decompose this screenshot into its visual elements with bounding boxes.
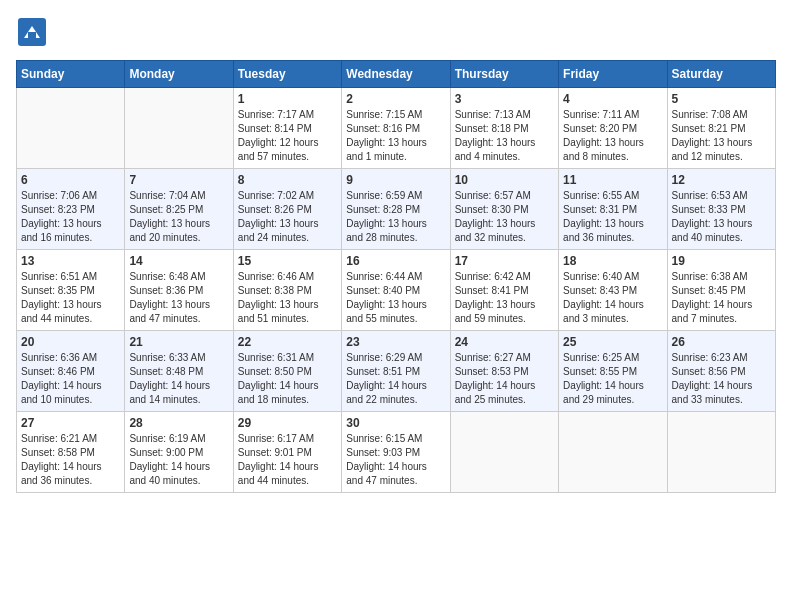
calendar-cell: 18Sunrise: 6:40 AM Sunset: 8:43 PM Dayli…: [559, 250, 667, 331]
day-info: Sunrise: 6:40 AM Sunset: 8:43 PM Dayligh…: [563, 270, 662, 326]
day-info: Sunrise: 6:51 AM Sunset: 8:35 PM Dayligh…: [21, 270, 120, 326]
day-info: Sunrise: 7:08 AM Sunset: 8:21 PM Dayligh…: [672, 108, 771, 164]
calendar-cell: 27Sunrise: 6:21 AM Sunset: 8:58 PM Dayli…: [17, 412, 125, 493]
calendar-cell: [17, 88, 125, 169]
day-number: 23: [346, 335, 445, 349]
day-info: Sunrise: 7:06 AM Sunset: 8:23 PM Dayligh…: [21, 189, 120, 245]
day-info: Sunrise: 6:53 AM Sunset: 8:33 PM Dayligh…: [672, 189, 771, 245]
day-info: Sunrise: 6:48 AM Sunset: 8:36 PM Dayligh…: [129, 270, 228, 326]
day-number: 21: [129, 335, 228, 349]
day-number: 2: [346, 92, 445, 106]
day-number: 7: [129, 173, 228, 187]
day-number: 11: [563, 173, 662, 187]
calendar-cell: 26Sunrise: 6:23 AM Sunset: 8:56 PM Dayli…: [667, 331, 775, 412]
calendar-cell: 24Sunrise: 6:27 AM Sunset: 8:53 PM Dayli…: [450, 331, 558, 412]
calendar-cell: 2Sunrise: 7:15 AM Sunset: 8:16 PM Daylig…: [342, 88, 450, 169]
calendar-cell: 12Sunrise: 6:53 AM Sunset: 8:33 PM Dayli…: [667, 169, 775, 250]
day-number: 13: [21, 254, 120, 268]
calendar-cell: 3Sunrise: 7:13 AM Sunset: 8:18 PM Daylig…: [450, 88, 558, 169]
day-number: 27: [21, 416, 120, 430]
day-info: Sunrise: 6:42 AM Sunset: 8:41 PM Dayligh…: [455, 270, 554, 326]
day-number: 19: [672, 254, 771, 268]
calendar-cell: 7Sunrise: 7:04 AM Sunset: 8:25 PM Daylig…: [125, 169, 233, 250]
day-info: Sunrise: 6:57 AM Sunset: 8:30 PM Dayligh…: [455, 189, 554, 245]
day-number: 16: [346, 254, 445, 268]
day-info: Sunrise: 7:17 AM Sunset: 8:14 PM Dayligh…: [238, 108, 337, 164]
day-info: Sunrise: 6:44 AM Sunset: 8:40 PM Dayligh…: [346, 270, 445, 326]
day-info: Sunrise: 6:55 AM Sunset: 8:31 PM Dayligh…: [563, 189, 662, 245]
day-info: Sunrise: 6:15 AM Sunset: 9:03 PM Dayligh…: [346, 432, 445, 488]
weekday-header-tuesday: Tuesday: [233, 61, 341, 88]
calendar-cell: 6Sunrise: 7:06 AM Sunset: 8:23 PM Daylig…: [17, 169, 125, 250]
day-number: 9: [346, 173, 445, 187]
page-header: [16, 16, 776, 48]
calendar-cell: 4Sunrise: 7:11 AM Sunset: 8:20 PM Daylig…: [559, 88, 667, 169]
calendar-cell: 11Sunrise: 6:55 AM Sunset: 8:31 PM Dayli…: [559, 169, 667, 250]
day-number: 28: [129, 416, 228, 430]
calendar-cell: 19Sunrise: 6:38 AM Sunset: 8:45 PM Dayli…: [667, 250, 775, 331]
calendar-header-row: SundayMondayTuesdayWednesdayThursdayFrid…: [17, 61, 776, 88]
calendar-cell: 23Sunrise: 6:29 AM Sunset: 8:51 PM Dayli…: [342, 331, 450, 412]
weekday-header-wednesday: Wednesday: [342, 61, 450, 88]
calendar-week-row: 6Sunrise: 7:06 AM Sunset: 8:23 PM Daylig…: [17, 169, 776, 250]
day-number: 26: [672, 335, 771, 349]
day-info: Sunrise: 6:23 AM Sunset: 8:56 PM Dayligh…: [672, 351, 771, 407]
day-number: 29: [238, 416, 337, 430]
weekday-header-saturday: Saturday: [667, 61, 775, 88]
calendar-cell: 20Sunrise: 6:36 AM Sunset: 8:46 PM Dayli…: [17, 331, 125, 412]
day-number: 5: [672, 92, 771, 106]
calendar-cell: 22Sunrise: 6:31 AM Sunset: 8:50 PM Dayli…: [233, 331, 341, 412]
day-info: Sunrise: 7:02 AM Sunset: 8:26 PM Dayligh…: [238, 189, 337, 245]
calendar-cell: 17Sunrise: 6:42 AM Sunset: 8:41 PM Dayli…: [450, 250, 558, 331]
day-number: 1: [238, 92, 337, 106]
weekday-header-monday: Monday: [125, 61, 233, 88]
weekday-header-friday: Friday: [559, 61, 667, 88]
calendar-cell: 9Sunrise: 6:59 AM Sunset: 8:28 PM Daylig…: [342, 169, 450, 250]
calendar-cell: 13Sunrise: 6:51 AM Sunset: 8:35 PM Dayli…: [17, 250, 125, 331]
calendar-cell: 30Sunrise: 6:15 AM Sunset: 9:03 PM Dayli…: [342, 412, 450, 493]
day-info: Sunrise: 7:15 AM Sunset: 8:16 PM Dayligh…: [346, 108, 445, 164]
weekday-header-thursday: Thursday: [450, 61, 558, 88]
logo-icon: [16, 16, 48, 48]
calendar-cell: 8Sunrise: 7:02 AM Sunset: 8:26 PM Daylig…: [233, 169, 341, 250]
calendar-cell: 5Sunrise: 7:08 AM Sunset: 8:21 PM Daylig…: [667, 88, 775, 169]
day-number: 4: [563, 92, 662, 106]
day-number: 12: [672, 173, 771, 187]
day-number: 10: [455, 173, 554, 187]
calendar-cell: 10Sunrise: 6:57 AM Sunset: 8:30 PM Dayli…: [450, 169, 558, 250]
calendar-week-row: 13Sunrise: 6:51 AM Sunset: 8:35 PM Dayli…: [17, 250, 776, 331]
day-info: Sunrise: 6:46 AM Sunset: 8:38 PM Dayligh…: [238, 270, 337, 326]
day-number: 3: [455, 92, 554, 106]
calendar-cell: 15Sunrise: 6:46 AM Sunset: 8:38 PM Dayli…: [233, 250, 341, 331]
day-number: 15: [238, 254, 337, 268]
day-info: Sunrise: 6:27 AM Sunset: 8:53 PM Dayligh…: [455, 351, 554, 407]
svg-rect-2: [28, 32, 36, 40]
day-number: 6: [21, 173, 120, 187]
day-number: 14: [129, 254, 228, 268]
day-info: Sunrise: 6:25 AM Sunset: 8:55 PM Dayligh…: [563, 351, 662, 407]
calendar-cell: 25Sunrise: 6:25 AM Sunset: 8:55 PM Dayli…: [559, 331, 667, 412]
day-info: Sunrise: 6:31 AM Sunset: 8:50 PM Dayligh…: [238, 351, 337, 407]
day-info: Sunrise: 6:19 AM Sunset: 9:00 PM Dayligh…: [129, 432, 228, 488]
day-info: Sunrise: 7:11 AM Sunset: 8:20 PM Dayligh…: [563, 108, 662, 164]
day-number: 30: [346, 416, 445, 430]
day-info: Sunrise: 7:04 AM Sunset: 8:25 PM Dayligh…: [129, 189, 228, 245]
day-info: Sunrise: 6:59 AM Sunset: 8:28 PM Dayligh…: [346, 189, 445, 245]
day-info: Sunrise: 6:29 AM Sunset: 8:51 PM Dayligh…: [346, 351, 445, 407]
day-number: 18: [563, 254, 662, 268]
calendar-cell: 1Sunrise: 7:17 AM Sunset: 8:14 PM Daylig…: [233, 88, 341, 169]
calendar-cell: 28Sunrise: 6:19 AM Sunset: 9:00 PM Dayli…: [125, 412, 233, 493]
day-number: 25: [563, 335, 662, 349]
day-info: Sunrise: 6:17 AM Sunset: 9:01 PM Dayligh…: [238, 432, 337, 488]
day-info: Sunrise: 7:13 AM Sunset: 8:18 PM Dayligh…: [455, 108, 554, 164]
calendar-week-row: 20Sunrise: 6:36 AM Sunset: 8:46 PM Dayli…: [17, 331, 776, 412]
day-number: 17: [455, 254, 554, 268]
calendar-week-row: 27Sunrise: 6:21 AM Sunset: 8:58 PM Dayli…: [17, 412, 776, 493]
calendar-cell: [125, 88, 233, 169]
calendar-cell: [450, 412, 558, 493]
calendar-table: SundayMondayTuesdayWednesdayThursdayFrid…: [16, 60, 776, 493]
day-number: 22: [238, 335, 337, 349]
day-info: Sunrise: 6:33 AM Sunset: 8:48 PM Dayligh…: [129, 351, 228, 407]
logo: [16, 16, 52, 48]
weekday-header-sunday: Sunday: [17, 61, 125, 88]
